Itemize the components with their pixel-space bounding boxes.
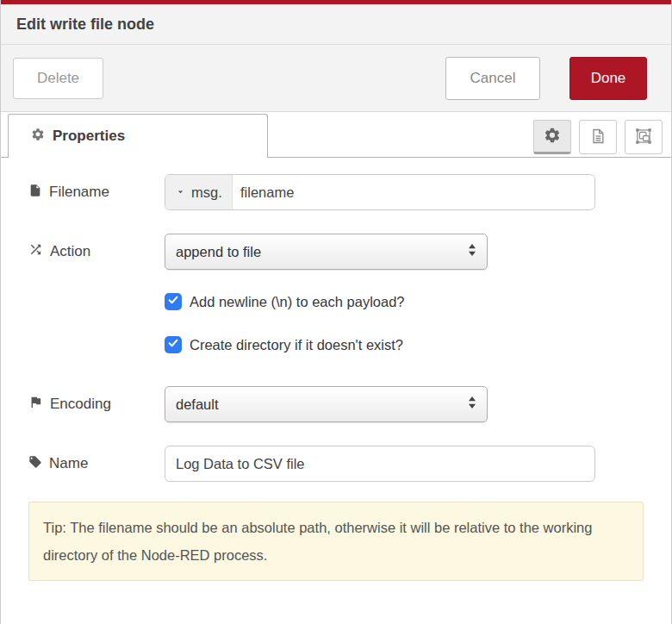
action-select-value: append to file: [176, 244, 468, 260]
filename-typed-input: msg. filename: [165, 174, 595, 210]
tip-box: Tip: The filename should be an absolute …: [28, 502, 644, 581]
filename-input[interactable]: filename: [233, 175, 594, 209]
name-label: Name: [49, 455, 88, 472]
encoding-select-value: default: [176, 396, 468, 413]
createdir-checkbox-label[interactable]: Create directory if it doesn't exist?: [190, 337, 403, 353]
tab-properties-label: Properties: [53, 128, 125, 145]
up-down-arrows-icon: [468, 243, 476, 260]
name-label-group: Name: [28, 455, 165, 473]
filename-row: Filename msg. filename: [28, 174, 671, 210]
caret-down-icon: [175, 184, 186, 201]
createdir-checkbox[interactable]: [165, 336, 182, 353]
action-label: Action: [50, 243, 90, 260]
encoding-label: Encoding: [50, 396, 111, 413]
cog-icon: [544, 127, 561, 147]
up-down-arrows-icon: [468, 396, 476, 413]
action-row: Action append to file: [28, 234, 671, 270]
properties-form: Filename msg. filename Action a: [1, 158, 671, 581]
tag-icon: [28, 455, 42, 473]
delete-button[interactable]: Delete: [13, 58, 103, 99]
shuffle-icon: [28, 242, 43, 261]
filename-label-group: Filename: [28, 184, 165, 202]
dialog-toolbar: Delete Cancel Done: [1, 45, 671, 112]
newline-checkbox-label[interactable]: Add newline (\n) to each payload?: [190, 294, 405, 310]
appearance-tab-button[interactable]: [625, 120, 663, 154]
appearance-icon: [635, 128, 652, 147]
edit-node-dialog: Edit write file node Delete Cancel Done …: [0, 0, 672, 624]
dialog-title: Edit write file node: [16, 16, 154, 34]
check-icon: [167, 337, 179, 353]
tab-bar: Properties: [1, 112, 671, 158]
action-select[interactable]: append to file: [165, 234, 488, 270]
filename-type-label: msg.: [191, 184, 222, 201]
done-button[interactable]: Done: [569, 57, 647, 100]
tab-buttons: [533, 120, 663, 154]
tip-text: Tip: The filename should be an absolute …: [43, 520, 592, 563]
description-tab-button[interactable]: [579, 120, 617, 154]
check-icon: [167, 294, 179, 309]
createdir-checkbox-row: Create directory if it doesn't exist?: [165, 336, 671, 353]
filename-type-dropdown[interactable]: msg.: [165, 175, 233, 209]
cancel-button[interactable]: Cancel: [445, 57, 540, 100]
file-icon: [28, 184, 42, 202]
properties-tab-button[interactable]: [533, 120, 571, 154]
doc-icon: [589, 128, 607, 147]
name-input[interactable]: [165, 446, 595, 482]
encoding-select[interactable]: default: [165, 386, 488, 422]
filename-label: Filename: [49, 184, 109, 201]
name-row: Name: [28, 446, 671, 482]
flag-icon: [28, 395, 43, 414]
cog-icon: [31, 128, 45, 145]
tab-properties[interactable]: Properties: [8, 114, 268, 158]
newline-checkbox-row: Add newline (\n) to each payload?: [165, 293, 671, 310]
action-label-group: Action: [28, 242, 165, 261]
dialog-header: Edit write file node: [1, 4, 671, 45]
newline-checkbox[interactable]: [165, 293, 182, 310]
encoding-row: Encoding default: [28, 386, 671, 422]
encoding-label-group: Encoding: [28, 395, 165, 414]
